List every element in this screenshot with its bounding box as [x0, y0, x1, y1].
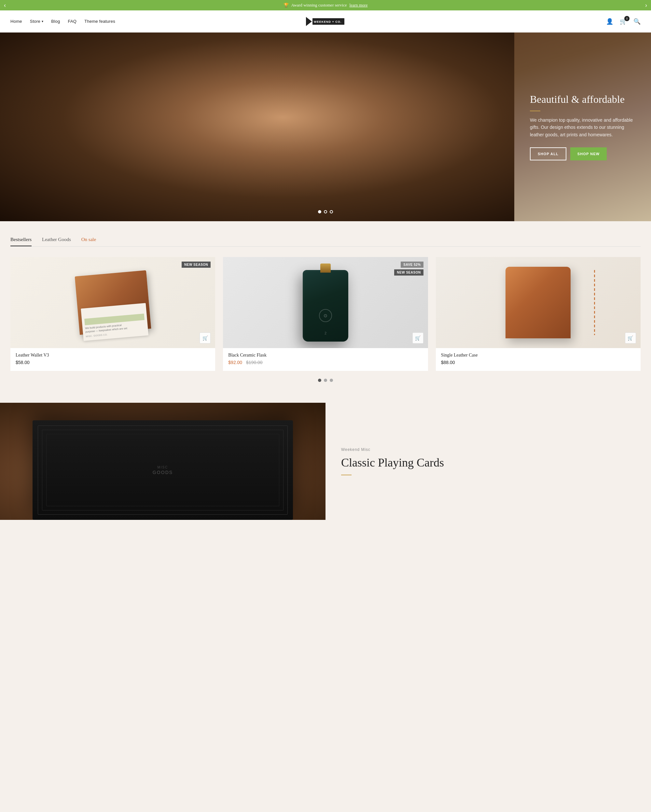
nav-center: WEEKEND + CO.: [306, 15, 345, 27]
product-tabs: Bestsellers Leather Goods On sale: [11, 237, 640, 247]
hero-buttons: SHOP ALL SHOP NEW: [530, 147, 636, 160]
cart-add-icon-flask: 🛒: [415, 336, 420, 340]
nav-home[interactable]: Home: [11, 19, 22, 24]
quick-add-wallet[interactable]: 🛒: [200, 333, 211, 343]
flask-visual: ⊙ 2: [303, 270, 348, 342]
feature-title: Classic Playing Cards: [341, 456, 636, 469]
tab-leather-goods[interactable]: Leather Goods: [42, 237, 71, 246]
carousel-dot-3[interactable]: [330, 379, 333, 382]
product-image-wallet: We build products with practicalpurpose …: [11, 257, 215, 348]
cart-button[interactable]: 🛒 0: [620, 18, 627, 25]
shop-all-button[interactable]: SHOP ALL: [530, 147, 566, 160]
hero-title: Beautiful & affordable: [530, 93, 636, 105]
product-price-case: $88.00: [441, 360, 636, 365]
new-season-badge-wallet: NEW SEASON: [182, 261, 211, 268]
carousel-dot-1[interactable]: [318, 379, 321, 382]
navbar: Home Store ▾ Blog FAQ Theme features WEE…: [0, 11, 651, 32]
trophy-icon: 🏆: [284, 3, 289, 8]
cards-label: MISC GOODS: [153, 466, 173, 475]
chevron-down-icon: ▾: [42, 20, 43, 23]
feature-left: MISC GOODS: [0, 403, 326, 520]
product-image-flask: ⊙ 2 SAVE 52% NEW SEASON 🛒: [223, 257, 428, 348]
feature-section: MISC GOODS Weekend Misc Classic Playing …: [0, 403, 651, 520]
feature-right: Weekend Misc Classic Playing Cards: [326, 403, 651, 520]
product-card-case: 🛒 Single Leather Case $88.00: [436, 257, 640, 371]
nav-left: Home Store ▾ Blog FAQ Theme features: [11, 19, 326, 24]
product-info-case: Single Leather Case $88.00: [436, 348, 640, 371]
product-name-flask: Black Ceramic Flask: [228, 353, 422, 358]
quick-add-case[interactable]: 🛒: [625, 333, 636, 343]
flask-neck: [320, 264, 331, 273]
product-card-wallet: We build products with practicalpurpose …: [11, 257, 215, 371]
tab-on-sale[interactable]: On sale: [81, 237, 96, 246]
feature-brand: Weekend Misc: [341, 447, 636, 452]
product-info-flask: Black Ceramic Flask $92.00 $190.00: [223, 348, 428, 371]
nav-store[interactable]: Store ▾: [30, 19, 44, 24]
search-button[interactable]: 🔍: [633, 18, 640, 25]
account-icon: 👤: [606, 18, 613, 25]
nav-logo[interactable]: WEEKEND + CO.: [306, 15, 345, 27]
hero-background-image: [0, 32, 514, 221]
product-grid: We build products with practicalpurpose …: [11, 257, 640, 371]
wallet-visual: We build products with practicalpurpose …: [75, 270, 151, 335]
search-icon: 🔍: [633, 18, 640, 25]
quick-add-flask[interactable]: 🛒: [413, 333, 423, 343]
shop-new-button[interactable]: SHOP NEW: [570, 147, 607, 160]
announcement-prev-button[interactable]: ‹: [4, 2, 6, 9]
svg-marker-0: [306, 17, 312, 26]
case-stitching: [594, 270, 595, 335]
account-button[interactable]: 👤: [606, 18, 613, 25]
hero-divider: [530, 111, 540, 111]
nav-theme-features[interactable]: Theme features: [84, 19, 115, 24]
case-visual: [506, 267, 571, 338]
hero-content: Beautiful & affordable We champion top q…: [514, 93, 651, 160]
new-season-badge-flask: NEW SEASON: [394, 269, 423, 276]
product-carousel-dots: [11, 379, 640, 382]
nav-right: 👤 🛒 0 🔍: [326, 18, 640, 25]
product-name-wallet: Leather Wallet V3: [15, 353, 210, 358]
hero-description: We champion top quality, innovative and …: [530, 116, 636, 138]
save-badge-flask: SAVE 52%: [401, 261, 423, 268]
cart-add-icon: 🛒: [202, 336, 208, 340]
tab-bestsellers[interactable]: Bestsellers: [11, 237, 32, 246]
hero-carousel-dots: [318, 210, 333, 214]
product-price-flask: $92.00 $190.00: [228, 360, 422, 365]
announcement-text: Award winning customer service: [291, 3, 347, 8]
announcement-bar: ‹ 🏆 Award winning customer service learn…: [0, 0, 651, 11]
product-image-case: 🛒: [436, 257, 640, 348]
product-price-wallet: $58.00: [15, 360, 210, 365]
cards-stack: MISC GOODS: [32, 420, 293, 520]
product-name-case: Single Leather Case: [441, 353, 636, 358]
wallet-inner: We build products with practicalpurpose …: [81, 303, 148, 341]
cart-add-icon-case: 🛒: [628, 336, 633, 340]
hero-dot-3[interactable]: [330, 210, 333, 214]
nav-faq[interactable]: FAQ: [68, 19, 76, 24]
products-section: Bestsellers Leather Goods On sale We bui…: [0, 221, 651, 403]
announcement-next-button[interactable]: ›: [645, 2, 647, 9]
carousel-dot-2[interactable]: [324, 379, 327, 382]
flask-emblem: ⊙: [319, 309, 332, 322]
nav-blog[interactable]: Blog: [51, 19, 60, 24]
product-info-wallet: Leather Wallet V3 $58.00: [11, 348, 215, 371]
logo-svg: WEEKEND + CO.: [306, 15, 345, 27]
announcement-link[interactable]: learn more: [350, 3, 368, 8]
hero-section: Beautiful & affordable We champion top q…: [0, 32, 651, 221]
cards-visual: MISC GOODS: [0, 403, 326, 520]
flask-number: 2: [324, 331, 327, 335]
product-card-flask: ⊙ 2 SAVE 52% NEW SEASON 🛒 Black Ceramic …: [223, 257, 428, 371]
cart-count: 0: [624, 16, 630, 21]
feature-divider: [341, 475, 351, 475]
svg-text:WEEKEND + CO.: WEEKEND + CO.: [314, 20, 341, 23]
hero-dot-1[interactable]: [318, 210, 321, 214]
hero-dot-2[interactable]: [324, 210, 327, 214]
